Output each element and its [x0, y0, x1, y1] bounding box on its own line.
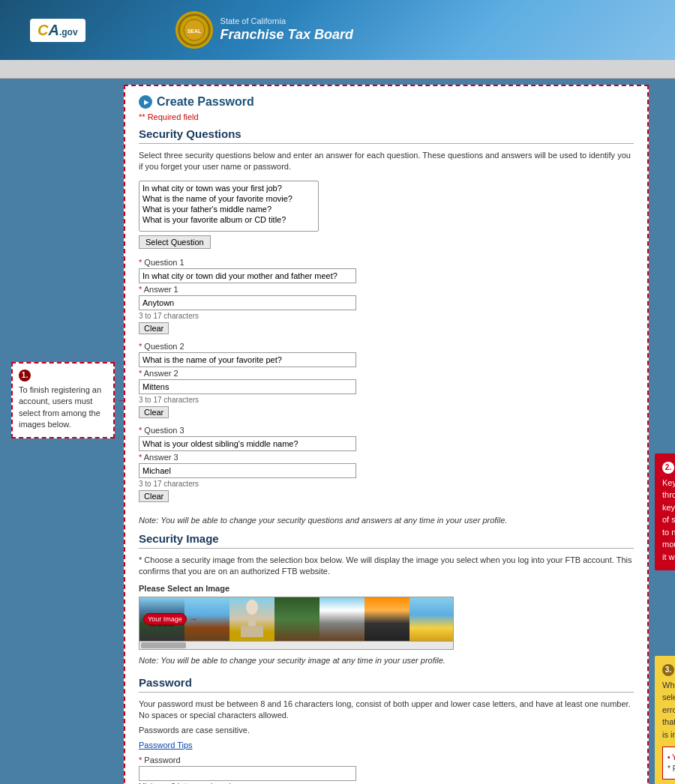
security-image-desc: * Choose a security image from the selec…: [139, 555, 634, 578]
your-image-arrow: →: [189, 614, 198, 624]
image-thumb-beach[interactable]: [410, 597, 454, 641]
state-seal: SEAL: [176, 11, 213, 49]
password-label: * Password: [139, 756, 634, 765]
q2-label: * Question 2: [139, 342, 634, 351]
agency-title: State of California Franchise Tax Board: [220, 16, 353, 44]
error-box: • You must choose your security image. *…: [662, 747, 675, 780]
image-thumb-capitol[interactable]: [230, 597, 274, 641]
image-select-container: Please Select an Image Your Image →: [139, 584, 454, 650]
required-note: * * Required field: [139, 112, 634, 121]
callout-1-text: To finish registering an account, users …: [19, 385, 107, 431]
callout-2-text: Keyboard-only users are able to browse t…: [662, 477, 675, 564]
image-note: Note: You will be able to change your se…: [139, 656, 634, 665]
a3-char-note: 3 to 17 characters: [139, 480, 634, 488]
callout-1-number: 1.: [19, 370, 31, 382]
q3-label: * Question 3: [139, 426, 634, 435]
scrollbar-thumb[interactable]: [141, 642, 186, 648]
password-section-title: Password: [139, 676, 634, 693]
clear1-button[interactable]: Clear: [139, 322, 169, 334]
a2-label: * Answer 2: [139, 369, 634, 378]
clear3-button[interactable]: Clear: [139, 490, 169, 502]
callout-3: 3. When a user unsuccessfully attempts t…: [655, 656, 675, 784]
callout-1: 1. To finish registering an account, use…: [11, 362, 115, 438]
callout-2-number: 2.: [662, 462, 674, 474]
your-image-indicator: Your Image →: [143, 613, 198, 625]
page-header: CA.gov SEAL State of California Franchis…: [0, 0, 675, 60]
q1-label: * Question 1: [139, 258, 634, 267]
password-tips-link[interactable]: Password Tips: [139, 741, 634, 750]
callout-3-number: 3.: [662, 664, 674, 676]
questions-note: Note: You will be able to change your se…: [139, 516, 634, 525]
svg-rect-5: [241, 626, 263, 637]
a1-char-note: 3 to 17 characters: [139, 312, 634, 320]
security-questions-title: Security Questions: [139, 127, 634, 144]
image-strip[interactable]: Your Image → HOLLYWOOD: [139, 597, 454, 642]
a3-label: * Answer 3: [139, 453, 634, 462]
question3-input[interactable]: [139, 436, 356, 451]
page-title: Create Password: [139, 95, 634, 109]
answer2-input[interactable]: [139, 379, 356, 394]
navigation-bar: [0, 60, 675, 79]
ca-logo: CA: [38, 22, 59, 38]
image-thumb-forest[interactable]: [274, 597, 320, 641]
left-sidebar: 1. To finish registering an account, use…: [11, 85, 120, 784]
svg-text:SEAL: SEAL: [187, 28, 201, 34]
your-image-label: Your Image: [143, 613, 187, 625]
security-image-title: Security Image: [139, 532, 634, 549]
image-select-label: Please Select an Image: [139, 584, 454, 593]
callout-3-text: When a user unsuccessfully attempts to s…: [662, 679, 675, 741]
security-questions-desc: Select three security questions below an…: [139, 150, 634, 173]
select-question-button[interactable]: Select Question: [139, 235, 211, 249]
question2-input[interactable]: [139, 352, 356, 367]
clear2-button[interactable]: Clear: [139, 406, 169, 418]
question1-input[interactable]: [139, 268, 356, 283]
password-section: Password Your password must be between 8…: [139, 676, 634, 784]
answer3-input[interactable]: [139, 463, 356, 478]
security-image-section: Security Image * Choose a security image…: [139, 532, 634, 665]
password-input[interactable]: [139, 766, 356, 781]
password-case-note: Passwords are case sensitive.: [139, 725, 634, 736]
image-thumb-city[interactable]: [364, 597, 410, 641]
answer1-input[interactable]: [139, 295, 356, 310]
image-scrollbar[interactable]: [139, 641, 454, 650]
agency-branding: SEAL State of California Franchise Tax B…: [176, 11, 353, 49]
a1-label: * Answer 1: [139, 285, 634, 294]
callout-2: 2. Keyboard-only users are able to brows…: [655, 453, 675, 570]
password-desc: Your password must be between 8 and 16 c…: [139, 699, 634, 722]
a2-char-note: 3 to 17 characters: [139, 396, 634, 404]
question-listbox[interactable]: In what city or town was your first job?…: [139, 181, 319, 232]
play-icon: [139, 95, 152, 109]
image-thumb-mountain[interactable]: [320, 597, 364, 641]
error-required: * Required field: [668, 763, 675, 774]
svg-point-4: [246, 600, 258, 615]
error-message: • You must choose your security image.: [668, 752, 675, 763]
main-content: Create Password * * Required field Secur…: [125, 86, 647, 784]
